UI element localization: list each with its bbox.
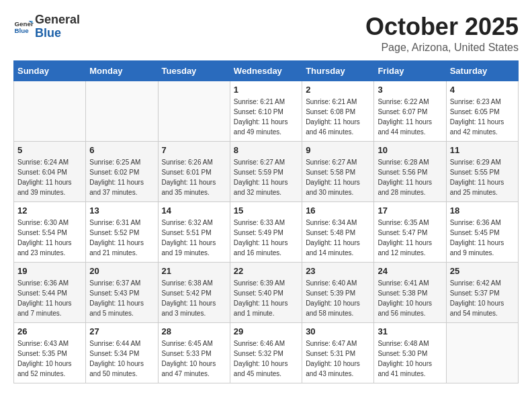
logo-text-general: General [35,13,80,27]
logo-text-blue: Blue [35,27,80,40]
calendar-cell: 6Sunrise: 6:25 AMSunset: 6:02 PMDaylight… [86,141,158,201]
calendar-header-row: SundayMondayTuesdayWednesdayThursdayFrid… [14,60,519,81]
header-saturday: Saturday [446,60,518,81]
day-number: 11 [450,145,515,155]
calendar-cell: 9Sunrise: 6:27 AMSunset: 5:58 PMDaylight… [302,141,374,201]
calendar-cell: 25Sunrise: 6:42 AMSunset: 5:37 PMDayligh… [446,262,518,322]
calendar-cell [158,81,230,141]
day-number: 14 [162,205,226,216]
calendar-cell [86,81,158,141]
cell-content: Sunrise: 6:40 AMSunset: 5:39 PMDaylight:… [306,278,370,318]
calendar-cell: 15Sunrise: 6:33 AMSunset: 5:49 PMDayligh… [230,201,302,262]
calendar-cell [446,322,518,383]
calendar-cell: 24Sunrise: 6:41 AMSunset: 5:38 PMDayligh… [374,262,446,322]
cell-content: Sunrise: 6:37 AMSunset: 5:43 PMDaylight:… [89,278,154,318]
cell-content: Sunrise: 6:35 AMSunset: 5:47 PMDaylight:… [378,218,442,258]
calendar-table: SundayMondayTuesdayWednesdayThursdayFrid… [13,60,519,383]
day-number: 30 [306,326,370,336]
week-row-2: 5Sunrise: 6:24 AMSunset: 6:04 PMDaylight… [14,141,519,201]
cell-content: Sunrise: 6:34 AMSunset: 5:48 PMDaylight:… [306,218,370,258]
cell-content: Sunrise: 6:22 AMSunset: 6:07 PMDaylight:… [378,97,442,137]
calendar-cell: 27Sunrise: 6:44 AMSunset: 5:34 PMDayligh… [86,322,158,383]
calendar-cell [14,81,86,141]
calendar-cell: 4Sunrise: 6:23 AMSunset: 6:05 PMDaylight… [446,81,518,141]
day-number: 9 [306,145,370,155]
cell-content: Sunrise: 6:42 AMSunset: 5:37 PMDaylight:… [450,278,515,318]
page-header: General Blue General Blue October 2025 P… [13,13,519,54]
calendar-cell: 20Sunrise: 6:37 AMSunset: 5:43 PMDayligh… [86,262,158,322]
header-tuesday: Tuesday [158,60,230,81]
calendar-cell: 26Sunrise: 6:43 AMSunset: 5:35 PMDayligh… [14,322,86,383]
day-number: 7 [162,145,226,155]
cell-content: Sunrise: 6:33 AMSunset: 5:49 PMDaylight:… [234,218,298,258]
header-monday: Monday [86,60,158,81]
week-row-4: 19Sunrise: 6:36 AMSunset: 5:44 PMDayligh… [14,262,519,322]
day-number: 2 [306,85,370,95]
cell-content: Sunrise: 6:46 AMSunset: 5:32 PMDaylight:… [234,338,298,379]
cell-content: Sunrise: 6:26 AMSunset: 6:01 PMDaylight:… [162,157,226,197]
day-number: 18 [450,205,515,216]
day-number: 3 [378,85,442,95]
cell-content: Sunrise: 6:29 AMSunset: 5:55 PMDaylight:… [450,157,515,197]
calendar-cell: 8Sunrise: 6:27 AMSunset: 5:59 PMDaylight… [230,141,302,201]
day-number: 13 [89,205,154,216]
calendar-cell: 18Sunrise: 6:36 AMSunset: 5:45 PMDayligh… [446,201,518,262]
week-row-1: 1Sunrise: 6:21 AMSunset: 6:10 PMDaylight… [14,81,519,141]
day-number: 15 [234,205,298,216]
calendar-cell: 10Sunrise: 6:28 AMSunset: 5:56 PMDayligh… [374,141,446,201]
logo: General Blue General Blue [13,13,80,40]
cell-content: Sunrise: 6:31 AMSunset: 5:52 PMDaylight:… [89,218,154,258]
cell-content: Sunrise: 6:36 AMSunset: 5:44 PMDaylight:… [17,278,82,318]
calendar-cell: 19Sunrise: 6:36 AMSunset: 5:44 PMDayligh… [14,262,86,322]
header-friday: Friday [374,60,446,81]
day-number: 6 [89,145,154,155]
week-row-5: 26Sunrise: 6:43 AMSunset: 5:35 PMDayligh… [14,322,519,383]
calendar-cell: 11Sunrise: 6:29 AMSunset: 5:55 PMDayligh… [446,141,518,201]
header-thursday: Thursday [302,60,374,81]
calendar-cell: 21Sunrise: 6:38 AMSunset: 5:42 PMDayligh… [158,262,230,322]
week-row-3: 12Sunrise: 6:30 AMSunset: 5:54 PMDayligh… [14,201,519,262]
day-number: 5 [17,145,82,155]
title-block: October 2025 Page, Arizona, United State… [365,13,519,54]
day-number: 20 [89,266,154,276]
calendar-cell: 28Sunrise: 6:45 AMSunset: 5:33 PMDayligh… [158,322,230,383]
day-number: 21 [162,266,226,276]
cell-content: Sunrise: 6:47 AMSunset: 5:31 PMDaylight:… [306,338,370,379]
day-number: 22 [234,266,298,276]
day-number: 10 [378,145,442,155]
cell-content: Sunrise: 6:21 AMSunset: 6:08 PMDaylight:… [306,97,370,137]
day-number: 29 [234,326,298,336]
cell-content: Sunrise: 6:44 AMSunset: 5:34 PMDaylight:… [89,338,154,379]
cell-content: Sunrise: 6:45 AMSunset: 5:33 PMDaylight:… [162,338,226,379]
calendar-cell: 13Sunrise: 6:31 AMSunset: 5:52 PMDayligh… [86,201,158,262]
day-number: 8 [234,145,298,155]
day-number: 23 [306,266,370,276]
month-title: October 2025 [365,13,519,40]
calendar-cell: 5Sunrise: 6:24 AMSunset: 6:04 PMDaylight… [14,141,86,201]
svg-text:Blue: Blue [15,27,30,34]
calendar-cell: 29Sunrise: 6:46 AMSunset: 5:32 PMDayligh… [230,322,302,383]
calendar-cell: 1Sunrise: 6:21 AMSunset: 6:10 PMDaylight… [230,81,302,141]
day-number: 1 [234,85,298,95]
cell-content: Sunrise: 6:48 AMSunset: 5:30 PMDaylight:… [378,338,442,379]
cell-content: Sunrise: 6:24 AMSunset: 6:04 PMDaylight:… [17,157,82,197]
cell-content: Sunrise: 6:25 AMSunset: 6:02 PMDaylight:… [89,157,154,197]
calendar-cell: 16Sunrise: 6:34 AMSunset: 5:48 PMDayligh… [302,201,374,262]
day-number: 16 [306,205,370,216]
cell-content: Sunrise: 6:32 AMSunset: 5:51 PMDaylight:… [162,218,226,258]
day-number: 19 [17,266,82,276]
day-number: 4 [450,85,515,95]
day-number: 24 [378,266,442,276]
cell-content: Sunrise: 6:30 AMSunset: 5:54 PMDaylight:… [17,218,82,258]
cell-content: Sunrise: 6:27 AMSunset: 5:59 PMDaylight:… [234,157,298,197]
cell-content: Sunrise: 6:36 AMSunset: 5:45 PMDaylight:… [450,218,515,258]
calendar-cell: 12Sunrise: 6:30 AMSunset: 5:54 PMDayligh… [14,201,86,262]
day-number: 12 [17,205,82,216]
cell-content: Sunrise: 6:28 AMSunset: 5:56 PMDaylight:… [378,157,442,197]
calendar-cell: 23Sunrise: 6:40 AMSunset: 5:39 PMDayligh… [302,262,374,322]
calendar-cell: 2Sunrise: 6:21 AMSunset: 6:08 PMDaylight… [302,81,374,141]
cell-content: Sunrise: 6:27 AMSunset: 5:58 PMDaylight:… [306,157,370,197]
day-number: 27 [89,326,154,336]
calendar-cell: 17Sunrise: 6:35 AMSunset: 5:47 PMDayligh… [374,201,446,262]
cell-content: Sunrise: 6:21 AMSunset: 6:10 PMDaylight:… [234,97,298,137]
